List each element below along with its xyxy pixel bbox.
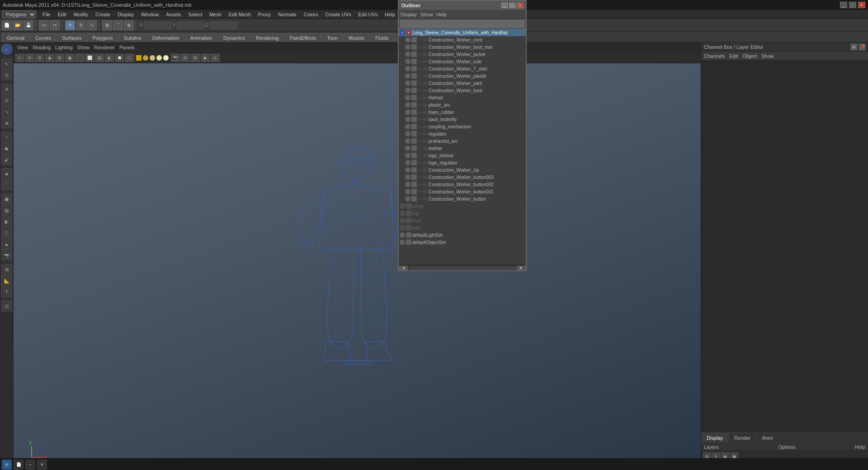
toolbar-save[interactable]: 💾	[24, 20, 33, 30]
taskbar-close-btn[interactable]: ✕	[37, 460, 47, 470]
menu-normals[interactable]: Normals	[274, 10, 300, 19]
tab-painteffects[interactable]: PaintEffects	[285, 33, 321, 42]
vp-btn-10[interactable]: ◐	[105, 54, 114, 62]
vp-btn-hud[interactable]: ⊟	[181, 54, 190, 62]
lt-paint[interactable]: 🖌	[1, 154, 12, 165]
cb-expand-icon[interactable]: ⊞	[851, 44, 857, 50]
vp-menu-view[interactable]: View	[17, 45, 28, 50]
menu-create-uvs[interactable]: Create UVs	[322, 10, 355, 19]
cb-menu-object[interactable]: Object	[742, 53, 757, 59]
vp-btn-anim[interactable]: ▶	[201, 54, 210, 62]
toolbar-open[interactable]: 📂	[13, 20, 23, 30]
lt-sculpt[interactable]: ◉	[1, 143, 12, 154]
outliner-minimize[interactable]: _	[501, 3, 508, 8]
vp-menu-panels[interactable]: Panels	[119, 45, 135, 50]
layers-options-menu[interactable]: Options	[778, 444, 796, 450]
lt-home[interactable]: ⌂	[1, 43, 13, 55]
tab-general[interactable]: General	[2, 33, 29, 42]
tab-animation[interactable]: Animation	[185, 33, 217, 42]
outliner-item-btn[interactable]: ──o Construction_Worker_button	[399, 195, 526, 202]
vp-btn-9[interactable]: ▤	[95, 54, 104, 62]
cb-menu-edit[interactable]: Edit	[729, 53, 738, 59]
x-input[interactable]	[144, 22, 171, 29]
menu-file[interactable]: File	[39, 10, 54, 19]
tab-fluids[interactable]: Fluids	[370, 33, 393, 42]
menu-proxy[interactable]: Proxy	[255, 10, 274, 19]
hscroll-left[interactable]: ◀	[399, 266, 408, 270]
outliner-item-coupling[interactable]: ──o coupling_mechanism	[399, 123, 526, 130]
outliner-menu-display[interactable]: Display	[401, 12, 417, 17]
outliner-item-jacket[interactable]: ──o Construction_Worker_jacket	[399, 51, 526, 58]
light-sphere-5[interactable]	[163, 55, 169, 61]
menu-mesh[interactable]: Mesh	[206, 10, 225, 19]
cb-pin-icon[interactable]: 📌	[859, 44, 865, 50]
vp-menu-lighting[interactable]: Lighting	[55, 45, 73, 50]
menu-assets[interactable]: Assets	[162, 10, 184, 19]
light-sphere-2[interactable]	[143, 55, 148, 61]
lt-render[interactable]: ▲	[1, 239, 12, 249]
outliner-item-objectset[interactable]: defaultObjectSet	[399, 239, 526, 246]
tab-rendering[interactable]: Rendering	[251, 33, 284, 42]
outliner-item-butterfly[interactable]: ──o back_butterfly	[399, 116, 526, 123]
lt-cluster[interactable]: ◈	[1, 168, 12, 179]
tab-anim[interactable]: Anim	[756, 433, 778, 442]
menu-edit-mesh[interactable]: Edit Mesh	[225, 10, 255, 19]
outliner-item-logo-helmet[interactable]: ──o logo_helmet	[399, 152, 526, 159]
menu-edit-uvs[interactable]: Edit UVs	[355, 10, 382, 19]
outliner-item-helmet[interactable]: ──o Helmet	[399, 94, 526, 101]
taskbar-maya-logo[interactable]: M	[2, 460, 12, 470]
vp-btn-grid[interactable]: ⊞	[191, 54, 200, 62]
outliner-item-leather[interactable]: ──o leather	[399, 145, 526, 152]
menu-help[interactable]: Help	[381, 10, 399, 19]
vp-btn-11[interactable]: 🔲	[115, 54, 124, 62]
tab-surfaces[interactable]: Surfaces	[57, 33, 86, 42]
lt-move[interactable]: ✛	[1, 84, 12, 94]
toolbar-new[interactable]: 📄	[2, 20, 12, 30]
layers-help-menu[interactable]: Help	[855, 444, 865, 450]
outliner-item-logo-regulator[interactable]: ──o logo_regulator	[399, 159, 526, 166]
outliner-item-btn003[interactable]: ──o Construction_Worker_button003	[399, 174, 526, 181]
outliner-close[interactable]: ✕	[517, 3, 523, 8]
outliner-item-top[interactable]: top	[399, 210, 526, 217]
outliner-menu-help[interactable]: Help	[437, 12, 447, 17]
outliner-item-pant[interactable]: ──o Construction_Worker_pant	[399, 80, 526, 87]
menu-colors[interactable]: Colors	[300, 10, 322, 19]
vp-btn-3[interactable]: ⚙	[35, 54, 44, 62]
outliner-item-boot[interactable]: ──o Construction_Worker_boot	[399, 87, 526, 94]
tab-deformation[interactable]: Deformation	[147, 33, 184, 42]
z-input[interactable]	[210, 22, 237, 29]
menu-display[interactable]: Display	[114, 10, 137, 19]
outliner-item-sole[interactable]: ──o Construction_Worker_sole	[399, 58, 526, 65]
vp-btn-8[interactable]: ⬜	[85, 54, 94, 62]
tab-curves[interactable]: Curves	[30, 33, 56, 42]
vp-btn-isolate[interactable]: ◎	[211, 54, 220, 62]
outliner-item-btn002[interactable]: ──o Construction_Worker_button002	[399, 181, 526, 188]
vp-menu-renderer[interactable]: Renderer	[94, 45, 115, 50]
lt-text[interactable]: T	[1, 287, 12, 297]
tab-muscle[interactable]: Muscle	[344, 33, 369, 42]
menu-window[interactable]: Window	[137, 10, 162, 19]
cb-menu-channels[interactable]: Channels	[704, 53, 725, 59]
toolbar-move[interactable]: ✛	[65, 20, 75, 30]
lt-rotate[interactable]: ↻	[1, 95, 12, 106]
close-button[interactable]: ✕	[858, 2, 865, 8]
outliner-item-root[interactable]: G ▼ Long_Sleeve_Coveralls_Uniform_with_H…	[399, 29, 526, 36]
lt-lasso[interactable]: ⊙	[1, 70, 12, 80]
vp-btn-1[interactable]: ↖	[15, 54, 24, 62]
outliner-item-regulator[interactable]: ──o regulator	[399, 130, 526, 137]
lt-scale[interactable]: ⤡	[1, 106, 12, 117]
toolbar-scale[interactable]: ⤡	[87, 20, 97, 30]
outliner-item-btn001[interactable]: ──o Construction_Worker_button001	[399, 188, 526, 195]
lt-select[interactable]: ↖	[1, 58, 12, 69]
toolbar-snap-point[interactable]: ⊕	[124, 20, 134, 30]
menu-create[interactable]: Create	[92, 10, 114, 19]
lt-isolate[interactable]: ◐	[1, 216, 12, 227]
outliner-menu-show[interactable]: Show	[420, 12, 433, 17]
viewport-body[interactable]: X Y Z	[14, 63, 701, 470]
light-sphere-1[interactable]	[136, 55, 142, 61]
minimize-button[interactable]: _	[840, 2, 847, 8]
lt-quick-sel[interactable]: ⊡	[1, 301, 12, 311]
tab-toon[interactable]: Toon	[322, 33, 343, 42]
outliner-item-protracted[interactable]: ──o protracted_arc	[399, 137, 526, 145]
outliner-item-tshirt[interactable]: ──o Construction_Worker_T_shirt	[399, 65, 526, 72]
